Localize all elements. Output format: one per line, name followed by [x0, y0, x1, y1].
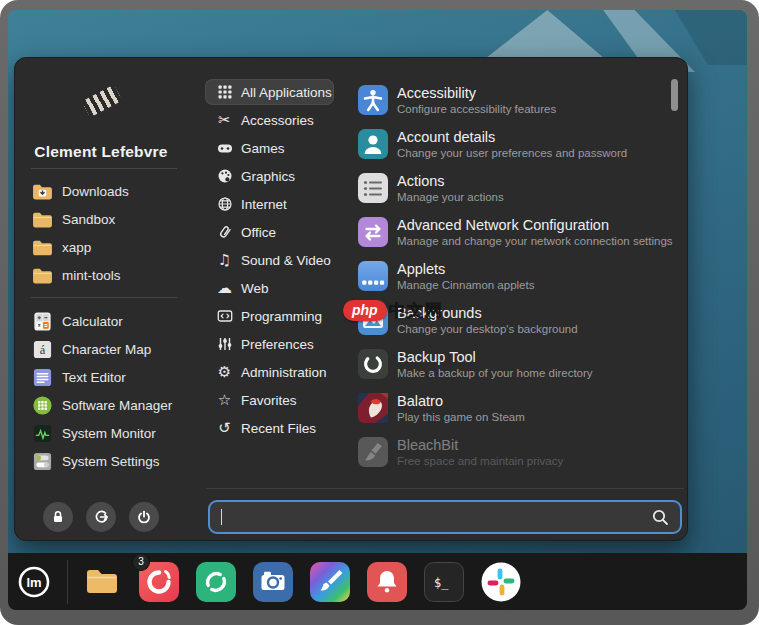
palette-icon	[216, 168, 233, 185]
category-item-sound-video[interactable]: ♫ Sound & Video	[205, 247, 333, 273]
svg-text:á: á	[40, 343, 46, 357]
session-button-shutdown[interactable]	[129, 502, 159, 532]
category-label: Recent Files	[241, 421, 316, 436]
place-item-sandbox[interactable]: Sandbox	[15, 205, 205, 233]
category-item-programming[interactable]: Programming	[205, 303, 333, 329]
app-item-applets[interactable]: Applets Manage Cinnamon applets	[355, 254, 683, 298]
search-input[interactable]	[224, 508, 651, 526]
system-item-character-map[interactable]: á Character Map	[15, 335, 205, 363]
folder-icon	[32, 265, 53, 286]
session-button-logout[interactable]	[86, 502, 116, 532]
app-item-actions[interactable]: Actions Manage your actions	[355, 166, 683, 210]
taskbar-divider	[67, 560, 68, 604]
app-item-backgrounds[interactable]: Backgrounds Change your desktop's backgr…	[355, 298, 683, 342]
taskbar-item-screenshot-tool[interactable]	[253, 562, 293, 602]
app-name: Backup Tool	[397, 349, 593, 366]
logout-icon	[93, 509, 109, 525]
app-item-balatro[interactable]: Balatro Play this game on Steam	[355, 386, 683, 430]
app-name: Account details	[397, 129, 627, 146]
sidebar-divider	[31, 297, 177, 298]
paperclip-icon	[216, 224, 233, 241]
place-item-xapp[interactable]: xapp	[15, 233, 205, 261]
taskbar-items: 3	[82, 562, 521, 602]
taskbar-item-firefox[interactable]: 3	[139, 562, 179, 602]
category-item-recent-files[interactable]: ↺ Recent Files	[205, 415, 333, 441]
system-item-software-manager[interactable]: Software Manager	[15, 391, 205, 419]
place-item-mint-tools[interactable]: mint-tools	[15, 261, 205, 289]
taskbar-item-update-manager[interactable]	[196, 562, 236, 602]
network-icon	[358, 217, 388, 247]
system-item-system-settings[interactable]: System Settings	[15, 447, 205, 475]
user-avatar[interactable]	[70, 72, 132, 134]
mint-logo-icon: lm	[14, 562, 54, 602]
app-description: Make a backup of your home directory	[397, 366, 593, 380]
app-item-bleachbit[interactable]: BleachBit Free space and maintain privac…	[355, 430, 683, 474]
accessibility-icon	[358, 85, 388, 115]
category-item-preferences[interactable]: Preferences	[205, 331, 333, 357]
app-name: Actions	[397, 173, 504, 190]
draw-icon	[310, 562, 350, 602]
taskbar-item-slack[interactable]	[481, 562, 521, 602]
system-item-label: System Monitor	[62, 426, 156, 441]
taskbar-item-notifications[interactable]	[367, 562, 407, 602]
app-description: Play this game on Steam	[397, 410, 525, 424]
category-item-office[interactable]: Office	[205, 219, 333, 245]
app-name: BleachBit	[397, 437, 563, 454]
app-description: Manage and change your network connectio…	[397, 234, 673, 248]
category-item-graphics[interactable]: Graphics	[205, 163, 333, 189]
power-icon	[136, 509, 152, 525]
place-label: mint-tools	[62, 268, 121, 283]
taskbar-item-files[interactable]	[82, 562, 122, 602]
app-name: Accessibility	[397, 85, 556, 102]
actions-icon	[358, 173, 388, 203]
place-item-downloads[interactable]: Downloads	[15, 177, 205, 205]
category-item-all-applications[interactable]: All Applications	[205, 79, 334, 105]
category-item-favorites[interactable]: ☆ Favorites	[205, 387, 333, 413]
category-item-internet[interactable]: Internet	[205, 191, 333, 217]
backup-tool-icon	[358, 349, 388, 379]
folder-download-icon	[32, 181, 53, 202]
bleachbit-icon	[358, 437, 388, 467]
app-item-advanced-network-configuration[interactable]: Advanced Network Configuration Manage an…	[355, 210, 683, 254]
category-item-accessories[interactable]: ✂ Accessories	[205, 107, 333, 133]
sidebar-divider	[31, 168, 177, 169]
category-item-web[interactable]: ☁ Web	[205, 275, 333, 301]
backgrounds-icon	[358, 305, 388, 335]
folder-icon	[32, 237, 53, 258]
search-divider	[206, 488, 684, 489]
category-item-games[interactable]: Games	[205, 135, 333, 161]
app-description: Manage Cinnamon applets	[397, 278, 534, 292]
app-item-backup-tool[interactable]: Backup Tool Make a backup of your home d…	[355, 342, 683, 386]
app-item-accessibility[interactable]: Accessibility Configure accessibility fe…	[355, 78, 683, 122]
category-label: Internet	[241, 197, 287, 212]
place-label: xapp	[62, 240, 91, 255]
app-description: Change your user preferences and passwor…	[397, 146, 627, 160]
system-item-text-editor[interactable]: Text Editor	[15, 363, 205, 391]
system-item-calculator[interactable]: Calculator	[15, 307, 205, 335]
system-item-system-monitor[interactable]: System Monitor	[15, 419, 205, 447]
taskbar-item-drawing-app[interactable]	[310, 562, 350, 602]
category-item-administration[interactable]: ⚙ Administration	[205, 359, 333, 385]
slack-icon	[481, 562, 521, 602]
taskbar-item-terminal[interactable]: $_	[424, 562, 464, 602]
session-button-lock-screen[interactable]	[43, 502, 73, 532]
star-icon: ☆	[216, 392, 233, 409]
mint-menu-button[interactable]: lm	[8, 553, 60, 610]
app-item-account-details[interactable]: Account details Change your user prefere…	[355, 122, 683, 166]
recent-icon: ↺	[216, 420, 233, 437]
svg-text:$_: $_	[434, 576, 449, 590]
sliders-icon	[216, 336, 233, 353]
category-list: All Applications ✂ Accessories Games	[205, 79, 347, 443]
character-map-icon: á	[32, 339, 53, 360]
globe-icon	[216, 196, 233, 213]
gear-icon: ⚙	[216, 364, 233, 381]
window-frame: Clement Lefebvre Downloads Sandbox	[0, 0, 759, 625]
search-icon	[651, 508, 669, 526]
calculator-icon	[32, 311, 53, 332]
scissors-icon: ✂	[216, 112, 233, 129]
category-label: Graphics	[241, 169, 295, 184]
account-details-icon	[358, 129, 388, 159]
scrollbar-thumb[interactable]	[671, 79, 678, 111]
app-name: Advanced Network Configuration	[397, 217, 673, 234]
category-label: Sound & Video	[241, 253, 331, 268]
